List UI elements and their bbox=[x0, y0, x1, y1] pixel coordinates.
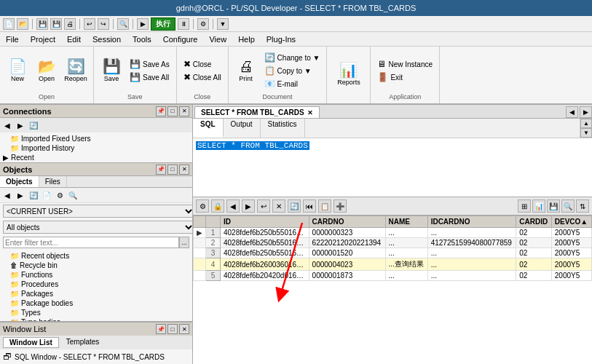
qt-undo-btn[interactable]: ↩ bbox=[84, 18, 95, 30]
qt-open-btn[interactable]: 📂 bbox=[17, 18, 28, 30]
editor-scroll-up-btn[interactable]: ▲ bbox=[580, 119, 592, 128]
sql-editor[interactable]: SELECT * FROM TBL_CARDS bbox=[193, 138, 592, 197]
objects-type-select[interactable]: All objects bbox=[3, 221, 192, 234]
wl-float-btn[interactable]: □ bbox=[167, 324, 178, 334]
menu-view[interactable]: View bbox=[203, 33, 232, 45]
objects-pin-btn[interactable]: 📌 bbox=[156, 165, 166, 175]
qt-search-btn[interactable]: 🔍 bbox=[117, 18, 129, 30]
qt-redo-btn[interactable]: ↪ bbox=[98, 18, 109, 30]
conn-back-btn[interactable]: ◀ bbox=[1, 119, 13, 131]
ribbon-changeto-btn[interactable]: 🔄 Change to ▼ bbox=[262, 52, 323, 63]
ribbon-exit-btn[interactable]: 🚪 Exit bbox=[375, 71, 435, 83]
ribbon-save-btn[interactable]: 💾 Save bbox=[98, 58, 125, 84]
qt-print-btn[interactable]: 🖨 bbox=[64, 18, 76, 30]
window-item-sql[interactable]: 🗗 SQL Window - SELECT * FROM TBL_CARDS bbox=[3, 351, 189, 363]
ribbon-newinstance-btn[interactable]: 🖥 New Instance bbox=[375, 58, 435, 70]
res-sort-btn[interactable]: ⇅ bbox=[576, 199, 589, 213]
ribbon-close-btn[interactable]: ✖ Close bbox=[181, 58, 224, 70]
qt-misc-btn[interactable]: ⚙ bbox=[197, 18, 209, 30]
connections-pin-btn[interactable]: 📌 bbox=[156, 106, 166, 116]
ribbon-open-btn[interactable]: 📂 Open bbox=[33, 58, 60, 84]
tab-statistics[interactable]: Statistics bbox=[261, 119, 305, 138]
obj-procedures[interactable]: 📁 Procedures bbox=[1, 280, 191, 289]
menu-configure[interactable]: Configure bbox=[157, 33, 204, 45]
qt-dropdown-btn[interactable]: ▼ bbox=[217, 18, 229, 30]
filter-btn[interactable]: ... bbox=[179, 237, 189, 248]
qt-save-btn[interactable]: 💾 bbox=[36, 18, 48, 30]
res-chart-btn[interactable]: 📊 bbox=[532, 199, 545, 213]
obj-recent[interactable]: 📁 Recent objects bbox=[1, 251, 191, 261]
obj-refresh-btn[interactable]: 🔄 bbox=[28, 189, 39, 201]
col-id[interactable]: ID bbox=[221, 216, 309, 228]
obj-recycle[interactable]: 🗑 Recycle bin bbox=[1, 261, 191, 270]
menu-edit[interactable]: Edit bbox=[61, 33, 87, 45]
wl-close-btn[interactable]: ✕ bbox=[179, 324, 189, 334]
res-btn-5[interactable]: ✕ bbox=[272, 199, 285, 213]
res-btn-1[interactable]: ⚙ bbox=[196, 199, 209, 213]
ribbon-closeall-btn[interactable]: ✖ Close All bbox=[181, 71, 224, 83]
ribbon-reopen-btn[interactable]: 🔄 Reopen bbox=[63, 58, 89, 84]
tab-objects[interactable]: Objects bbox=[0, 176, 39, 187]
obj-functions[interactable]: 📁 Functions bbox=[1, 270, 191, 280]
res-btn-2[interactable]: ◀ bbox=[226, 199, 240, 213]
conn-recent[interactable]: ▶ Recent bbox=[1, 153, 191, 162]
connections-close-btn[interactable]: ✕ bbox=[179, 106, 189, 116]
res-btn-6[interactable]: 🔄 bbox=[288, 199, 301, 213]
tab-files[interactable]: Files bbox=[39, 176, 67, 187]
doc-tab-close-btn[interactable]: ✕ bbox=[307, 109, 313, 116]
obj-gear-btn[interactable]: ⚙ bbox=[54, 189, 66, 201]
obj-filter-icon-btn[interactable]: 🔍 bbox=[67, 189, 79, 201]
ribbon-reports-btn[interactable]: 📊 Reports bbox=[336, 61, 362, 87]
menu-tools[interactable]: Tools bbox=[127, 33, 157, 45]
doc-tab-main[interactable]: SELECT * FROM TBL_CARDS ✕ bbox=[194, 106, 320, 118]
objects-close-btn[interactable]: ✕ bbox=[179, 165, 189, 175]
doc-scroll-left-btn[interactable]: ◀ bbox=[566, 106, 578, 118]
res-btn-3[interactable]: ▶ bbox=[242, 199, 255, 213]
menu-plugins[interactable]: Plug-Ins bbox=[261, 33, 301, 45]
ribbon-email-btn[interactable]: 📧 E-mail bbox=[262, 78, 323, 90]
qt-saveas-btn[interactable]: 💾 bbox=[50, 18, 62, 30]
res-btn-8[interactable]: 📋 bbox=[318, 199, 331, 213]
qt-run-btn[interactable]: ▶ bbox=[137, 18, 149, 30]
conn-refresh-btn[interactable]: 🔄 bbox=[28, 119, 39, 131]
menu-file[interactable]: File bbox=[0, 33, 25, 45]
col-name[interactable]: NAME bbox=[385, 216, 427, 228]
ribbon-saveall-btn[interactable]: 💾 Save All bbox=[127, 71, 172, 83]
conn-imported-history[interactable]: 📁 Imported History bbox=[1, 143, 191, 153]
res-btn-7[interactable]: ⏮ bbox=[303, 199, 316, 213]
ribbon-print-btn[interactable]: 🖨 Print bbox=[233, 58, 259, 84]
doc-scroll-right-btn[interactable]: ▶ bbox=[580, 106, 592, 118]
obj-packages[interactable]: 📁 Packages bbox=[1, 289, 191, 298]
res-grid-btn[interactable]: ⊞ bbox=[518, 199, 531, 213]
conn-imported-fixed[interactable]: 📁 Imported Fixed Users bbox=[1, 134, 191, 143]
col-idcardno[interactable]: IDCARDNO bbox=[427, 216, 516, 228]
menu-project[interactable]: Project bbox=[25, 33, 61, 45]
qt-new-btn[interactable]: 📄 bbox=[3, 18, 15, 30]
col-cardid[interactable]: CARDID bbox=[516, 216, 552, 228]
objects-user-select[interactable]: <CURRENT USER> bbox=[3, 205, 192, 218]
col-devco[interactable]: DEVCO▲ bbox=[551, 216, 591, 228]
obj-forward-btn[interactable]: ▶ bbox=[15, 189, 26, 201]
res-btn-lock[interactable]: 🔒 bbox=[211, 199, 224, 213]
menu-session[interactable]: Session bbox=[87, 33, 127, 45]
qt-execute-btn[interactable]: 执行 bbox=[151, 17, 175, 31]
ribbon-copyto-btn[interactable]: 📋 Copy to ▼ bbox=[262, 65, 323, 76]
editor-scroll-down-btn[interactable]: ▼ bbox=[580, 128, 592, 138]
tab-templates[interactable]: Templates bbox=[60, 337, 106, 348]
result-grid[interactable]: ID CARDNO NAME IDCARDNO CARDID DEVCO▲ ▶ bbox=[193, 215, 592, 364]
obj-types[interactable]: 📁 Types bbox=[1, 308, 191, 317]
conn-forward-btn[interactable]: ▶ bbox=[15, 119, 26, 131]
res-btn-4[interactable]: ↩ bbox=[257, 199, 270, 213]
filter-input[interactable] bbox=[3, 237, 179, 248]
col-cardno[interactable]: CARDNO bbox=[309, 216, 385, 228]
tab-sql[interactable]: SQL bbox=[193, 119, 224, 138]
res-btn-9[interactable]: ➕ bbox=[334, 199, 347, 213]
res-filter-btn[interactable]: 🔍 bbox=[561, 199, 575, 213]
tab-windowlist[interactable]: Window List bbox=[3, 337, 59, 348]
qt-debug-btn[interactable]: ⏸ bbox=[178, 18, 189, 30]
menu-help[interactable]: Help bbox=[232, 33, 261, 45]
obj-back-btn[interactable]: ◀ bbox=[1, 189, 13, 201]
wl-pin-btn[interactable]: 📌 bbox=[156, 324, 166, 334]
ribbon-saveas-btn[interactable]: 💾 Save As bbox=[127, 58, 172, 70]
sql-text[interactable]: SELECT * FROM TBL_CARDS bbox=[196, 141, 309, 150]
